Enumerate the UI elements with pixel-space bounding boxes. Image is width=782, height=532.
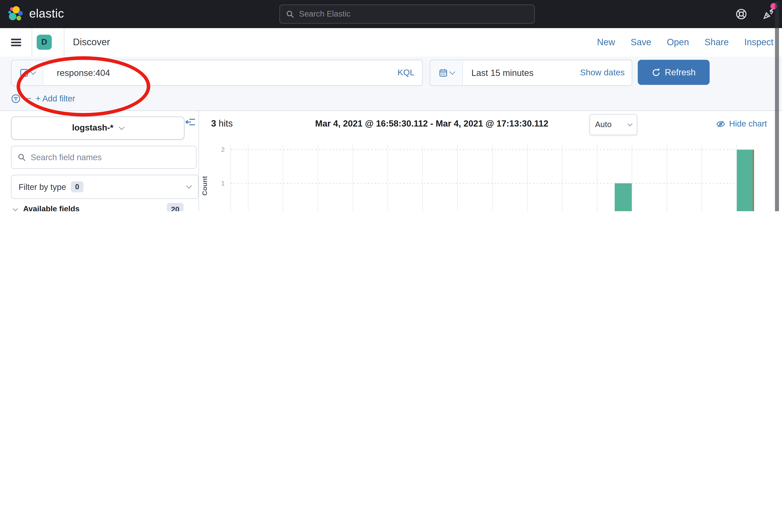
chevron-down-icon bbox=[13, 206, 18, 211]
svg-text:2: 2 bbox=[221, 146, 225, 153]
svg-text:1: 1 bbox=[221, 180, 225, 187]
discover-main: 3 hits Mar 4, 2021 @ 16:58:30.112 - Mar … bbox=[199, 111, 782, 211]
interval-select[interactable]: Auto bbox=[590, 114, 637, 135]
refresh-label: Refresh bbox=[665, 67, 696, 77]
show-dates-button[interactable]: Show dates bbox=[580, 68, 632, 78]
calendar-icon bbox=[438, 68, 448, 77]
query-language-button[interactable]: KQL bbox=[398, 68, 422, 78]
field-search-input[interactable]: Search field names bbox=[11, 146, 197, 169]
global-search-input[interactable]: Search Elastic bbox=[279, 5, 535, 24]
hits-header: 3 hits Mar 4, 2021 @ 16:58:30.112 - Mar … bbox=[199, 111, 782, 140]
time-range-title: Mar 4, 2021 @ 16:58:30.112 - Mar 4, 2021… bbox=[315, 119, 548, 129]
chevron-down-icon bbox=[186, 183, 192, 189]
help-icon[interactable] bbox=[735, 8, 747, 20]
index-pattern-value: logstash-* bbox=[72, 123, 113, 133]
top-menu-share[interactable]: Share bbox=[705, 37, 729, 47]
field-search-placeholder: Search field names bbox=[31, 152, 102, 162]
available-fields-header[interactable]: Available fields 20 bbox=[11, 201, 183, 211]
svg-text:Count: Count bbox=[201, 176, 208, 195]
top-menu-save[interactable]: Save bbox=[631, 37, 651, 47]
top-menu-open[interactable]: Open bbox=[667, 37, 689, 47]
page-title: Discover bbox=[73, 37, 110, 48]
brand-name: elastic bbox=[29, 7, 64, 21]
top-menu-inspect[interactable]: Inspect bbox=[744, 37, 774, 47]
field-sidebar: logstash-* Search field names Filter by … bbox=[0, 111, 199, 211]
collapse-sidebar-icon[interactable] bbox=[185, 118, 196, 126]
chevron-down-icon bbox=[119, 124, 125, 130]
top-navigation-bar: elastic Search Elastic bbox=[0, 0, 782, 28]
kibana-discover-page: elastic Search Elastic bbox=[0, 0, 782, 211]
filter-by-type-label: Filter by type bbox=[19, 182, 66, 192]
interval-value: Auto bbox=[595, 120, 611, 129]
refresh-icon bbox=[652, 68, 661, 77]
news-icon[interactable] bbox=[762, 8, 774, 20]
hide-chart-label: Hide chart bbox=[729, 119, 767, 128]
chevron-down-icon bbox=[628, 121, 633, 126]
filter-by-type-count: 0 bbox=[71, 181, 83, 192]
hits-count: 3 hits bbox=[211, 119, 233, 129]
index-pattern-select[interactable]: logstash-* bbox=[11, 117, 184, 140]
search-icon bbox=[17, 153, 26, 162]
annotation-ellipse bbox=[16, 56, 150, 116]
filter-icon[interactable] bbox=[11, 93, 21, 103]
hide-chart-button[interactable]: Hide chart bbox=[716, 119, 767, 128]
refresh-button[interactable]: Refresh bbox=[638, 60, 710, 85]
search-icon bbox=[286, 10, 294, 18]
filter-by-type[interactable]: Filter by type 0 bbox=[11, 175, 199, 199]
app-header: D Discover NewSaveOpenShareInspect bbox=[0, 28, 782, 57]
chevron-down-icon bbox=[449, 69, 455, 75]
available-fields-count: 20 bbox=[167, 203, 183, 211]
histogram-chart: 16:59:0017:00:0017:01:0017:02:0017:03:00… bbox=[199, 140, 782, 211]
scrollbar-thumb[interactable] bbox=[775, 2, 779, 211]
date-picker: Last 15 minutes Show dates bbox=[430, 60, 632, 86]
top-menu-new[interactable]: New bbox=[597, 37, 615, 47]
divider bbox=[32, 28, 32, 56]
time-range-value[interactable]: Last 15 minutes bbox=[463, 68, 533, 78]
elastic-logo-icon bbox=[7, 5, 24, 22]
available-fields-label: Available fields bbox=[23, 204, 79, 211]
top-menu-actions: NewSaveOpenShareInspect bbox=[597, 28, 774, 56]
divider bbox=[64, 28, 64, 56]
global-search-placeholder: Search Elastic bbox=[299, 9, 351, 18]
date-quick-select-button[interactable] bbox=[430, 60, 463, 85]
menu-icon[interactable] bbox=[11, 39, 21, 46]
app-badge: D bbox=[37, 35, 52, 50]
elastic-logo[interactable]: elastic bbox=[7, 5, 64, 22]
eye-closed-icon bbox=[716, 119, 725, 128]
